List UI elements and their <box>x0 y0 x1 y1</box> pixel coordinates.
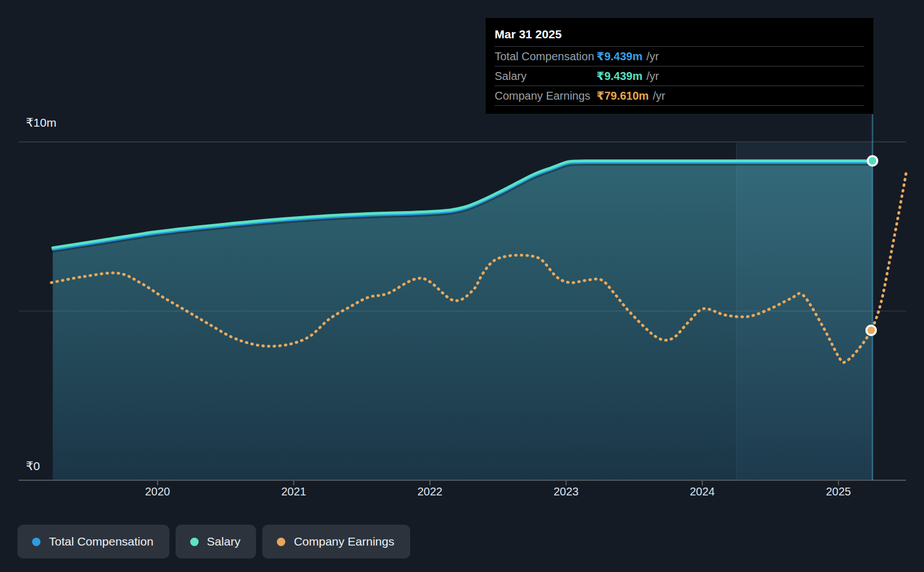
y-axis-label-10m: ₹10m <box>26 116 56 129</box>
tooltip-date: Mar 31 2025 <box>495 24 864 47</box>
compensation-chart-page: ₹10m ₹0 202020212022202320242025 Mar 31 … <box>0 0 924 572</box>
tooltip-label: Salary <box>495 66 596 86</box>
y-axis-label-0: ₹0 <box>26 459 40 473</box>
marker-salary <box>868 156 877 166</box>
legend-item-salary[interactable]: Salary <box>176 525 257 558</box>
tooltip-unit: /yr <box>647 47 659 66</box>
legend-label: Salary <box>207 535 241 548</box>
tooltip-value: ₹79.610m <box>596 86 649 105</box>
legend-item-company-earnings[interactable]: Company Earnings <box>262 525 410 558</box>
chart-tooltip: Mar 31 2025 Total Compensation ₹9.439m /… <box>486 18 873 114</box>
legend-label: Company Earnings <box>294 535 394 548</box>
tooltip-row-salary: Salary ₹9.439m /yr <box>495 66 864 86</box>
chart-legend: Total Compensation Salary Company Earnin… <box>17 525 410 558</box>
marker-company-earnings <box>867 325 876 335</box>
legend-dot-salary-icon <box>190 538 199 546</box>
legend-item-total-compensation[interactable]: Total Compensation <box>17 525 169 558</box>
legend-dot-total-compensation-icon <box>32 538 41 546</box>
tooltip-label: Company Earnings <box>495 86 596 105</box>
tooltip-row-total-compensation: Total Compensation ₹9.439m /yr <box>495 47 864 66</box>
tooltip-row-company-earnings: Company Earnings ₹79.610m /yr <box>495 86 864 106</box>
tooltip-label: Total Compensation <box>495 47 596 66</box>
legend-label: Total Compensation <box>49 535 154 548</box>
tooltip-unit: /yr <box>653 86 665 105</box>
tooltip-value: ₹9.439m <box>596 66 643 86</box>
tooltip-value: ₹9.439m <box>596 47 643 66</box>
legend-dot-company-earnings-icon <box>277 538 285 546</box>
tooltip-unit: /yr <box>647 66 659 86</box>
